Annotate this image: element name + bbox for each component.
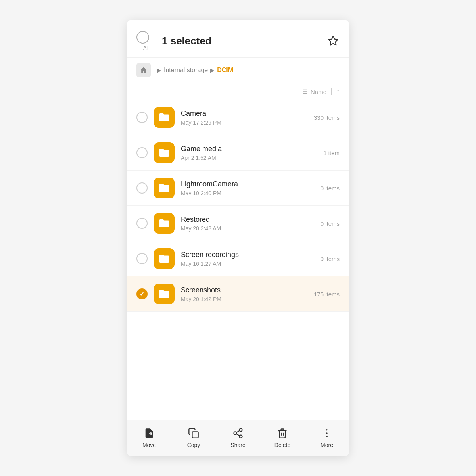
file-info-screenshots: Screenshots May 20 1:42 PM [181,286,314,302]
file-item-screenshots[interactable]: Screenshots May 20 1:42 PM 175 items [127,276,349,312]
svg-rect-8 [192,432,198,438]
svg-point-9 [240,428,242,431]
file-meta-screenshots: May 20 1:42 PM [181,296,314,302]
copy-icon [187,427,200,440]
sort-divider [331,88,332,95]
checkbox-screenshots[interactable] [136,288,148,299]
file-item-camera[interactable]: Camera May 17 2:29 PM 330 items [127,100,349,135]
delete-icon [276,427,289,440]
file-meta-lightroom-camera: May 10 2:40 PM [181,190,321,196]
file-meta-game-media: Apr 2 1:52 AM [181,155,323,161]
file-name-lightroom-camera: LightroomCamera [181,180,321,188]
star-button[interactable] [327,35,340,47]
breadcrumb-current[interactable]: DCIM [217,67,233,74]
file-item-restored[interactable]: Restored May 20 3:48 AM 0 items [127,206,349,241]
file-item-lightroom-camera[interactable]: LightroomCamera May 10 2:40 PM 0 items [127,171,349,206]
move-label: Move [142,442,156,448]
phone-container: All 1 selected ▶ Internal storage ▶ DCIM [127,20,349,456]
sort-direction-button[interactable]: ↑ [336,88,340,95]
file-info-camera: Camera May 17 2:29 PM [181,109,314,126]
sort-label: Name [311,88,326,95]
more-icon [321,427,333,440]
folder-icon-camera [154,107,175,128]
more-label: More [321,442,333,448]
file-name-camera: Camera [181,109,314,118]
folder-icon-screenshots [154,284,175,304]
checkbox-screen-recordings[interactable] [136,253,148,264]
file-item-screen-recordings[interactable]: Screen recordings May 16 1:27 AM 9 items [127,241,349,276]
share-button[interactable]: Share [224,427,252,448]
file-count-lightroom-camera: 0 items [321,185,340,192]
svg-line-12 [236,434,240,436]
checkbox-game-media[interactable] [136,147,148,158]
copy-label: Copy [187,442,200,448]
bottom-toolbar: Move Copy Share [127,420,349,456]
breadcrumb-separator-2: ▶ [210,67,215,73]
svg-point-15 [326,432,328,434]
file-name-screenshots: Screenshots [181,286,314,294]
move-icon [143,427,155,440]
svg-point-16 [326,436,328,437]
move-button[interactable]: Move [135,427,163,448]
file-meta-restored: May 20 3:48 AM [181,225,321,232]
file-name-screen-recordings: Screen recordings [181,251,321,259]
svg-point-14 [326,429,328,431]
file-info-lightroom-camera: LightroomCamera May 10 2:40 PM [181,180,321,196]
file-name-game-media: Game media [181,145,323,153]
file-count-screenshots: 175 items [314,291,340,298]
file-item-game-media[interactable]: Game media Apr 2 1:52 AM 1 item [127,135,349,171]
file-list: Camera May 17 2:29 PM 330 items Game med… [127,100,349,420]
folder-icon-lightroom-camera [154,178,175,198]
file-info-screen-recordings: Screen recordings May 16 1:27 AM [181,251,321,267]
share-label: Share [230,442,245,448]
breadcrumb: ▶ Internal storage ▶ DCIM [127,58,349,83]
file-count-camera: 330 items [314,114,340,121]
checkbox-restored[interactable] [136,218,148,229]
file-meta-screen-recordings: May 16 1:27 AM [181,261,321,267]
file-info-game-media: Game media Apr 2 1:52 AM [181,145,323,161]
svg-line-13 [236,431,240,433]
file-meta-camera: May 17 2:29 PM [181,119,314,126]
breadcrumb-internal-storage[interactable]: Internal storage [164,67,208,74]
delete-label: Delete [274,442,290,448]
sort-by-name[interactable]: Name [301,88,326,95]
checkbox-camera[interactable] [136,112,148,123]
folder-icon-screen-recordings [154,248,175,269]
share-icon [232,427,244,440]
svg-point-10 [234,432,237,435]
header: All 1 selected [127,20,349,58]
copy-button[interactable]: Copy [180,427,207,448]
folder-icon-game-media [154,142,175,163]
select-all-label: All [143,45,148,51]
file-info-restored: Restored May 20 3:48 AM [181,215,321,232]
sort-bar: Name ↑ [127,83,349,100]
more-button[interactable]: More [313,427,341,448]
file-count-screen-recordings: 9 items [321,255,340,262]
folder-icon-restored [154,213,175,234]
file-count-game-media: 1 item [323,150,340,156]
select-all-wrapper: All [136,31,155,51]
home-button[interactable] [136,63,151,77]
breadcrumb-separator-1: ▶ [157,67,161,73]
selection-count-title: 1 selected [162,35,327,47]
delete-button[interactable]: Delete [269,427,296,448]
svg-marker-0 [328,36,338,45]
svg-point-11 [240,435,242,438]
select-all-checkbox[interactable] [136,31,149,44]
file-count-restored: 0 items [321,220,340,227]
checkbox-lightroom-camera[interactable] [136,182,148,194]
file-name-restored: Restored [181,215,321,224]
